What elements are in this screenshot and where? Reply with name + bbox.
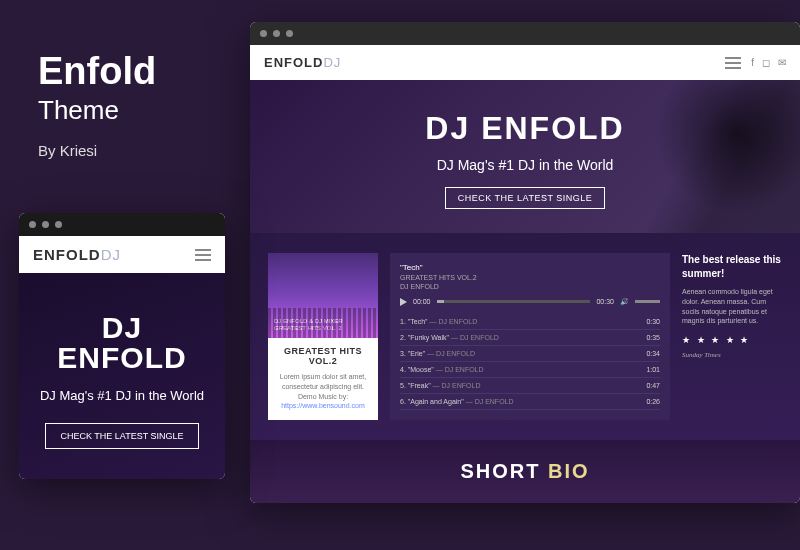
promo-title: Enfold: [38, 50, 156, 93]
promo-block: Enfold Theme By Kriesi: [38, 50, 156, 159]
traffic-light-icon: [260, 30, 267, 37]
album-cover-image: DJ ENFOLD & DJ MIXER GREATEST HITS VOL. …: [268, 253, 378, 338]
traffic-light-icon: [29, 221, 36, 228]
playlist-row[interactable]: 5. "Freak" — DJ ENFOLD0:47: [400, 378, 660, 394]
traffic-light-icon: [273, 30, 280, 37]
time-elapsed: 00:00: [413, 298, 431, 305]
album-credit-link[interactable]: https://www.bensound.com: [281, 402, 365, 409]
playlist-row[interactable]: 6. "Again and Again" — DJ ENFOLD0:26: [400, 394, 660, 410]
album-desc: Lorem ipsum dolor sit amet, consectetur …: [276, 372, 370, 401]
hero-tagline: DJ Mag's #1 DJ in the World: [260, 157, 790, 173]
brand-logo[interactable]: ENFOLDDJ: [264, 55, 341, 70]
playlist: 1. "Tech" — DJ ENFOLD0:302. "Funky Walk"…: [400, 314, 660, 410]
menu-button[interactable]: [725, 57, 741, 69]
hero-tagline: DJ Mag's #1 DJ in the World: [31, 387, 213, 405]
traffic-light-icon: [286, 30, 293, 37]
volume-slider[interactable]: [635, 300, 660, 303]
content-row: DJ ENFOLD & DJ MIXER GREATEST HITS VOL. …: [250, 233, 800, 440]
window-titlebar: [19, 213, 225, 236]
album-title: GREATEST HITS VOL.2: [276, 346, 370, 366]
hero-section-mobile: DJENFOLD DJ Mag's #1 DJ in the World CHE…: [19, 273, 225, 479]
traffic-light-icon: [55, 221, 62, 228]
instagram-icon[interactable]: ◻: [762, 57, 770, 68]
now-playing-album: GREATEST HITS VOL.2: [400, 273, 660, 282]
play-button[interactable]: [400, 298, 407, 306]
review-body: Aenean commodo ligula eget dolor. Aenean…: [682, 287, 782, 326]
facebook-icon[interactable]: f: [751, 57, 754, 68]
cta-button[interactable]: CHECK THE LATEST SINGLE: [445, 187, 606, 209]
now-playing-artist: DJ ENFOLD: [400, 282, 660, 291]
menu-button[interactable]: [195, 249, 211, 261]
playlist-row[interactable]: 3. "Erie" — DJ ENFOLD0:34: [400, 346, 660, 362]
review-block: The best release this summer! Aenean com…: [682, 253, 782, 420]
bio-section: SHORT BIO: [250, 440, 800, 503]
volume-icon[interactable]: 🔊: [620, 298, 629, 306]
mobile-preview-window: ENFOLDDJ DJENFOLD DJ Mag's #1 DJ in the …: [19, 213, 225, 479]
album-card[interactable]: DJ ENFOLD & DJ MIXER GREATEST HITS VOL. …: [268, 253, 378, 420]
bio-heading: SHORT BIO: [270, 460, 780, 483]
album-overlay-sub: DJ ENFOLD & DJ MIXER: [274, 318, 343, 325]
album-overlay-title: GREATEST HITS VOL. 2: [274, 325, 343, 332]
cta-button[interactable]: CHECK THE LATEST SINGLE: [45, 423, 198, 449]
traffic-light-icon: [42, 221, 49, 228]
promo-subtitle: Theme: [38, 95, 156, 126]
desktop-preview-window: ENFOLDDJ f ◻ ✉ DJ ENFOLD DJ Mag's #1 DJ …: [250, 22, 800, 503]
playlist-row[interactable]: 2. "Funky Walk" — DJ ENFOLD0:35: [400, 330, 660, 346]
playlist-row[interactable]: 4. "Moose" — DJ ENFOLD1:01: [400, 362, 660, 378]
seek-slider[interactable]: [437, 300, 591, 303]
promo-byline: By Kriesi: [38, 142, 156, 159]
review-source: Sunday Times: [682, 351, 782, 361]
site-header-mobile: ENFOLDDJ: [19, 236, 225, 273]
hero-title: DJ ENFOLD: [260, 110, 790, 147]
mail-icon[interactable]: ✉: [778, 57, 786, 68]
review-heading: The best release this summer!: [682, 253, 782, 281]
site-header: ENFOLDDJ f ◻ ✉: [250, 45, 800, 80]
star-rating: ★ ★ ★ ★ ★: [682, 334, 782, 347]
now-playing-track: "Tech": [400, 263, 660, 273]
time-total: 00:30: [596, 298, 614, 305]
brand-logo[interactable]: ENFOLDDJ: [33, 246, 121, 263]
window-titlebar: [250, 22, 800, 45]
audio-player: "Tech" GREATEST HITS VOL.2 DJ ENFOLD 00:…: [390, 253, 670, 420]
playlist-row[interactable]: 1. "Tech" — DJ ENFOLD0:30: [400, 314, 660, 330]
hero-title: DJENFOLD: [31, 313, 213, 373]
hero-section: DJ ENFOLD DJ Mag's #1 DJ in the World CH…: [250, 80, 800, 233]
